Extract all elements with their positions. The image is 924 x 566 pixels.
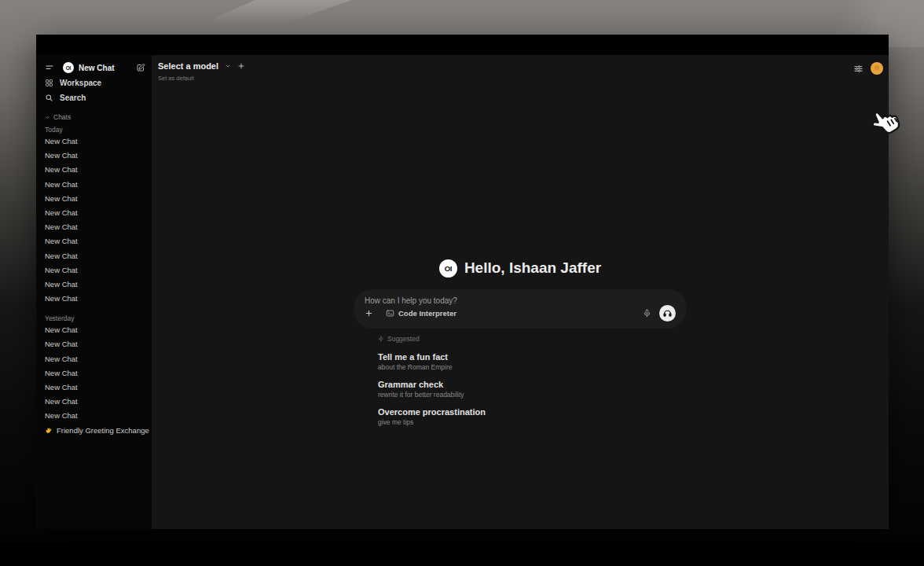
chat-group-label: Today <box>45 125 147 134</box>
bolt-icon <box>378 336 384 342</box>
sidebar: OI New Chat Workspace Search <box>36 55 152 529</box>
chat-list-item[interactable]: New Chat <box>45 395 147 409</box>
app-logo: OI <box>439 259 457 277</box>
window-top-bar <box>36 35 889 55</box>
suggested-prompt-subtitle: give me tips <box>378 418 686 426</box>
chat-list: New Chat New Chat New Chat New Chat New … <box>45 134 147 306</box>
sidebar-item-label: Workspace <box>60 79 101 87</box>
chat-list-item[interactable]: New Chat <box>45 323 147 337</box>
sidebar-header: OI New Chat <box>45 60 147 75</box>
chat-list-item[interactable]: New Chat <box>45 292 147 306</box>
message-input[interactable]: How can I help you today? <box>365 296 676 305</box>
chevron-down-icon[interactable] <box>225 63 231 69</box>
new-chat-icon[interactable] <box>136 63 145 72</box>
sidebar-item-workspace[interactable]: Workspace <box>45 75 147 90</box>
suggested-section: Suggested Tell me a fun fact about the R… <box>354 334 686 426</box>
suggested-prompt[interactable]: Grammar check rewrite it for better read… <box>378 380 686 399</box>
suggested-prompt-title: Tell me a fun fact <box>378 352 686 362</box>
chat-list-item[interactable]: New Chat <box>45 366 147 380</box>
header-actions <box>853 62 883 75</box>
chat-list-item[interactable]: New Chat <box>45 409 147 423</box>
chat-list-item[interactable]: New Chat <box>45 220 147 234</box>
controls-sliders-icon[interactable] <box>853 64 864 74</box>
headphones-icon <box>662 308 673 318</box>
suggested-prompt-subtitle: rewrite it for better readability <box>378 391 686 399</box>
code-interpreter-toggle[interactable]: Code Interpreter <box>386 309 456 318</box>
chevron-down-icon <box>45 115 50 120</box>
search-icon <box>45 94 53 102</box>
app-window: OI New Chat Workspace Search <box>36 35 889 529</box>
user-avatar[interactable] <box>871 62 883 75</box>
suggested-prompts: Tell me a fun fact about the Roman Empir… <box>378 352 686 426</box>
chat-list-item-named[interactable]: Friendly Greeting Exchange <box>45 424 147 438</box>
code-interpreter-label: Code Interpreter <box>398 309 456 318</box>
chat-list-item[interactable]: New Chat <box>45 263 147 277</box>
suggested-prompt[interactable]: Tell me a fun fact about the Roman Empir… <box>378 352 686 371</box>
model-selector[interactable]: Select a model <box>158 61 218 71</box>
chat-list-item[interactable]: New Chat <box>45 380 147 395</box>
suggested-label: Suggested <box>387 335 420 343</box>
chats-section-label: Chats <box>53 113 71 121</box>
chat-list-item[interactable]: New Chat <box>45 149 147 163</box>
suggested-header: Suggested <box>378 334 686 344</box>
main-header: Select a model Set as default <box>158 61 883 82</box>
suggested-prompt-subtitle: about the Roman Empire <box>378 363 686 371</box>
main-area: Select a model Set as default <box>152 55 889 529</box>
sidebar-item-search[interactable]: Search <box>45 90 147 105</box>
microphone-icon[interactable] <box>643 309 651 318</box>
chat-list-item[interactable]: New Chat <box>45 206 147 220</box>
wave-emoji-icon <box>45 427 53 435</box>
greeting-text: Hello, Ishaan Jaffer <box>464 259 601 277</box>
home-center-stack: OI Hello, Ishaan Jaffer How can I help y… <box>354 258 686 426</box>
workspace-grid-icon <box>45 79 53 87</box>
sidebar-item-label: Search <box>60 94 86 102</box>
set-default-button[interactable]: Set as default <box>158 75 245 82</box>
voice-call-button[interactable] <box>659 305 676 322</box>
chat-list-item[interactable]: New Chat <box>45 352 147 366</box>
attach-plus-icon[interactable] <box>365 309 373 318</box>
add-model-icon[interactable] <box>237 62 245 70</box>
app-logo: OI <box>63 62 74 73</box>
chat-group-label: Yesterday <box>45 314 147 323</box>
chat-list: New Chat New Chat New Chat New Chat New … <box>45 323 147 423</box>
code-interpreter-icon <box>386 309 394 318</box>
chat-list-item[interactable]: New Chat <box>45 337 147 351</box>
chat-list-item[interactable]: New Chat <box>45 249 147 263</box>
chat-list-item[interactable]: New Chat <box>45 134 147 149</box>
chat-list-item[interactable]: New Chat <box>45 277 147 292</box>
chat-list-item[interactable]: New Chat <box>45 234 147 248</box>
suggested-prompt-title: Overcome procrastination <box>378 407 686 417</box>
model-selector-block: Select a model Set as default <box>158 61 245 82</box>
sidebar-toggle-icon[interactable] <box>45 63 54 72</box>
chat-title: Friendly Greeting Exchange <box>57 426 149 435</box>
chat-list-item[interactable]: New Chat <box>45 192 147 206</box>
chat-group-yesterday: Yesterday New Chat New Chat New Chat New… <box>45 314 147 423</box>
greeting-row: OI Hello, Ishaan Jaffer <box>354 258 686 278</box>
message-composer[interactable]: How can I help you today? Code Interpret… <box>354 289 686 329</box>
chat-list-item[interactable]: New Chat <box>45 163 147 177</box>
sidebar-chat-title: New Chat <box>79 64 136 72</box>
suggested-prompt[interactable]: Overcome procrastination give me tips <box>378 407 686 426</box>
backdrop-bottom-band <box>0 542 924 566</box>
chats-section-toggle[interactable]: Chats <box>45 112 147 122</box>
chat-list-item[interactable]: New Chat <box>45 178 147 192</box>
suggested-prompt-title: Grammar check <box>378 380 686 389</box>
chat-group-today: Today New Chat New Chat New Chat New Cha… <box>45 125 147 306</box>
